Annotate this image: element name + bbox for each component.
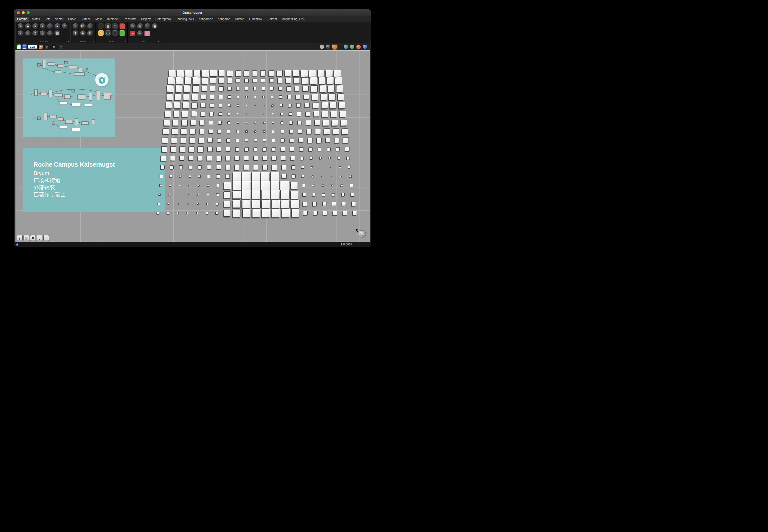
- panel-cell: [332, 202, 336, 206]
- curve-icon[interactable]: ∿: [25, 30, 31, 37]
- galapagos-icon[interactable]: ◉: [151, 23, 158, 30]
- panel-cell: [202, 69, 209, 77]
- tab-kangaroo[interactable]: Kangaroo: [215, 17, 233, 22]
- preview-shaded-button[interactable]: [332, 44, 337, 49]
- panel-strip-icon[interactable]: ▯: [37, 235, 42, 241]
- mesh-icon[interactable]: ▦: [54, 30, 61, 37]
- relay-icon[interactable]: ∴: [129, 23, 136, 30]
- panel-cell: [188, 175, 191, 177]
- tab-mesh[interactable]: Mesh: [93, 17, 104, 22]
- tab-vector[interactable]: Vector: [53, 17, 66, 22]
- timer-icon[interactable]: ◔: [43, 235, 49, 241]
- preview-wire-button[interactable]: [319, 44, 324, 49]
- knob-icon[interactable]: ◯: [105, 30, 111, 36]
- panel-cell: [193, 77, 200, 84]
- tab-heteroptera[interactable]: Heteroptera: [153, 17, 173, 22]
- panel-cell: [281, 200, 290, 208]
- tab-panelingtools[interactable]: PanelingTools: [173, 17, 196, 22]
- group-dropdown-icon[interactable]: ▾: [68, 41, 69, 43]
- cherry-picker-icon[interactable]: ••: [130, 31, 136, 36]
- sphere-icon[interactable]: ◒: [47, 30, 53, 37]
- solver-green-button[interactable]: [350, 44, 355, 49]
- value-list-icon[interactable]: ☰: [112, 30, 118, 36]
- panel-cell: [242, 190, 251, 199]
- tab-surface[interactable]: Surface: [78, 17, 93, 22]
- tab-human[interactable]: Human: [233, 17, 247, 22]
- tab-lunchbox[interactable]: LunchBox: [247, 17, 264, 22]
- slider-icon[interactable]: ≡: [30, 235, 36, 241]
- flag-icon[interactable]: ⚐: [87, 30, 93, 37]
- zoom-level[interactable]: 91%: [28, 45, 37, 49]
- zoom-extents-button[interactable]: ⊡: [44, 45, 49, 49]
- gradient-icon[interactable]: ▨: [23, 235, 29, 241]
- panel-cell: [271, 190, 280, 199]
- arc-icon[interactable]: ◐: [39, 23, 46, 30]
- panel-cell: [228, 113, 230, 115]
- panel-cell: [228, 95, 231, 99]
- tab-intersect[interactable]: Intersect: [105, 17, 121, 22]
- annotation-group[interactable]: Roche Campus Kaiseraugst Bryum广场和街道外部铺装巴…: [23, 148, 165, 212]
- tab-sets[interactable]: Sets: [42, 17, 53, 22]
- panel-cell: [243, 209, 251, 217]
- tab-maths[interactable]: Maths: [30, 17, 42, 22]
- vector-icon[interactable]: ▶: [25, 23, 31, 30]
- panel-icon[interactable]: [119, 23, 125, 29]
- panel-cell: [340, 111, 346, 117]
- preview-off-button[interactable]: ∕: [326, 44, 331, 49]
- digit-scroller-icon[interactable]: ▤: [112, 23, 118, 29]
- tab-bar: ParamsMathsSetsVectorCurveSurfaceMeshInt…: [14, 16, 371, 22]
- circle-icon[interactable]: ●: [32, 23, 39, 30]
- sketch-brush-button[interactable]: ✎: [59, 45, 63, 49]
- panel-cell: [292, 209, 300, 217]
- box-icon[interactable]: ■: [54, 23, 61, 30]
- point-icon[interactable]: +: [17, 23, 24, 30]
- tab-transform[interactable]: Transform: [121, 17, 138, 22]
- group-dropdown-icon[interactable]: ▾: [125, 41, 126, 43]
- panel-cell: [235, 70, 241, 76]
- expression-icon[interactable]: ƒ: [17, 235, 23, 241]
- group-dropdown-icon[interactable]: ▾: [93, 41, 94, 43]
- domain-icon[interactable]: ◑: [72, 23, 79, 30]
- preview-eye-button[interactable]: ◉: [50, 45, 58, 49]
- status-info-icon[interactable]: [16, 243, 19, 246]
- integer-icon[interactable]: 7: [72, 30, 79, 37]
- tab-params[interactable]: Params: [15, 17, 29, 22]
- spiral-icon[interactable]: §: [32, 30, 39, 37]
- param-viewer-icon[interactable]: ψ: [137, 23, 143, 30]
- save-document-icon[interactable]: [22, 44, 27, 49]
- solver-blue-button[interactable]: [362, 44, 367, 49]
- cluster-icon[interactable]: ×: [17, 30, 24, 37]
- trigger-icon[interactable]: △: [144, 31, 150, 36]
- plane-icon[interactable]: ▭: [47, 23, 53, 30]
- panel-cell: [233, 200, 241, 208]
- polygon-icon[interactable]: ⌂: [87, 23, 93, 30]
- tab-kangaroo2[interactable]: Kangaroo2: [197, 17, 215, 22]
- tab-display[interactable]: Display: [139, 17, 153, 22]
- group-icon[interactable]: *: [61, 23, 68, 30]
- navigation-ball[interactable]: [355, 229, 367, 239]
- colour-swatch-icon[interactable]: [119, 30, 125, 36]
- import-icon[interactable]: ↓: [98, 23, 104, 29]
- tab-curve[interactable]: Curve: [66, 17, 78, 22]
- title-bar[interactable]: Grasshopper: [14, 9, 371, 16]
- solver-teal-button[interactable]: [343, 44, 348, 49]
- jump-icon[interactable]: →: [144, 23, 151, 30]
- panel-cell: [209, 121, 213, 125]
- graph-mapper-icon[interactable]: ∿: [98, 30, 104, 36]
- node-graph-group[interactable]: Easy Ref: [23, 58, 115, 137]
- panel-cell: [199, 129, 204, 134]
- tab-elefront[interactable]: Elefront: [265, 17, 279, 22]
- data-recorder-icon[interactable]: ⇒: [137, 30, 143, 37]
- tab-magnetizing_fpg[interactable]: Magnetizing_FPG: [280, 17, 307, 22]
- panel-cell: [193, 85, 200, 92]
- surface-icon[interactable]: ◇: [39, 30, 46, 37]
- solver-orange-button[interactable]: [356, 44, 361, 49]
- text-icon[interactable]: A: [80, 30, 86, 37]
- zoom-dropdown-button[interactable]: ▾: [38, 45, 43, 49]
- panel-cell: [254, 147, 257, 151]
- number-icon[interactable]: 0.1: [80, 23, 86, 30]
- group-dropdown-icon[interactable]: ▾: [158, 41, 159, 43]
- boolean-toggle-icon[interactable]: ▮: [105, 23, 111, 29]
- new-document-icon[interactable]: [16, 44, 21, 49]
- definition-canvas[interactable]: Easy Ref Roche Campus Kaiseraugst Bryum广…: [15, 50, 370, 242]
